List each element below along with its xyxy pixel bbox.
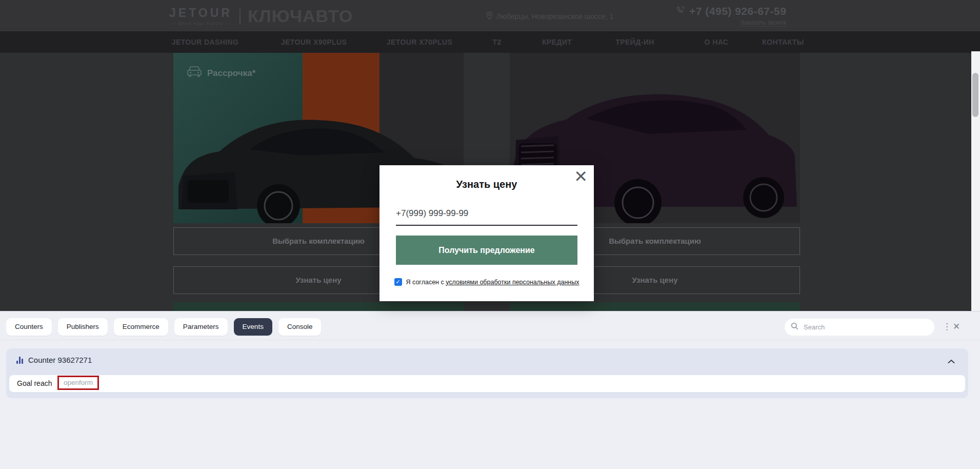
event-value-annotation: openform	[57, 376, 99, 390]
logo[interactable]: JETOUR — Drive Your Future — КЛЮЧАВТО	[169, 6, 353, 26]
dealer-logo-text: КЛЮЧАВТО	[248, 6, 353, 26]
tab-events[interactable]: Events	[234, 318, 272, 336]
page-scrollbar-thumb[interactable]	[972, 73, 978, 117]
event-row[interactable]: Goal reach openform	[9, 375, 965, 392]
search-input[interactable]	[803, 323, 928, 331]
nav-item-jetour-dashing[interactable]: JETOUR DASHING	[172, 31, 239, 53]
bar-chart-icon	[16, 357, 23, 364]
installment-badge: Рассрочка*	[187, 65, 255, 81]
modal-title: Узнать цену	[379, 179, 594, 190]
nav-item-t2[interactable]: T2	[492, 31, 501, 53]
price-modal: ✕ Узнать цену Получить предложение ✓ Я с…	[379, 165, 594, 301]
phone-icon	[676, 6, 685, 17]
phone-number[interactable]: +7 (495) 926-67-59	[689, 5, 786, 17]
phone-block: +7 (495) 926-67-59 Заказать звонок	[676, 5, 786, 27]
consent-row: ✓ Я согласен с условиями обработки персо…	[379, 278, 594, 286]
nav-item-credit[interactable]: КРЕДИТ	[542, 31, 572, 53]
tab-console[interactable]: Console	[278, 318, 322, 336]
metrica-debug-panel: Counters Publishers Ecommerce Parameters…	[0, 311, 980, 469]
jetour-logo-text: JETOUR	[169, 6, 232, 20]
green-cta-strip-right[interactable]	[510, 302, 800, 311]
counter-title: Counter 93627271	[28, 356, 92, 364]
tab-ecommerce[interactable]: Ecommerce	[114, 318, 168, 336]
submit-offer-button[interactable]: Получить предложение	[396, 236, 577, 265]
nav-item-jetour-x90plus[interactable]: JETOUR X90PLUS	[281, 31, 347, 53]
address-text: Люберцы, Новорязанское шоссе, 1	[496, 12, 613, 21]
nav-item-trade-in[interactable]: ТРЕЙД-ИН	[615, 31, 654, 53]
tab-parameters[interactable]: Parameters	[174, 318, 228, 336]
nav-item-jetour-x70plus[interactable]: JETOUR X70PLUS	[387, 31, 452, 53]
main-nav: JETOUR DASHING JETOUR X90PLUS JETOUR X70…	[0, 31, 980, 53]
consent-terms-link[interactable]: условиями обработки персональных данных	[446, 279, 579, 286]
page-scrollbar[interactable]	[971, 51, 980, 311]
tab-counters[interactable]: Counters	[6, 318, 52, 336]
logo-divider	[239, 9, 241, 24]
installment-badge-label: Рассрочка*	[207, 68, 255, 79]
phone-input[interactable]	[396, 208, 577, 226]
panel-tabs: Counters Publishers Ecommerce Parameters…	[6, 318, 321, 336]
search-icon	[791, 322, 798, 332]
counter-header[interactable]: Counter 93627271	[16, 356, 92, 364]
panel-close-icon[interactable]: ✕	[953, 321, 960, 332]
nav-item-contacts[interactable]: КОНТАКТЫ	[762, 31, 804, 53]
panel-divider	[0, 340, 980, 340]
check-icon: ✓	[395, 279, 400, 285]
address-row: Люберцы, Новорязанское шоссе, 1	[486, 11, 613, 22]
kebab-menu-icon[interactable]: ⋮	[943, 321, 951, 332]
event-label: Goal reach	[17, 375, 52, 392]
tab-publishers[interactable]: Publishers	[58, 318, 108, 336]
consent-checkbox[interactable]: ✓	[394, 278, 402, 286]
consent-text: Я согласен с условиями обработки персона…	[406, 279, 579, 286]
counter-card: Counter 93627271 Goal reach openform	[6, 348, 968, 398]
panel-search[interactable]	[785, 319, 934, 336]
callback-link[interactable]: Заказать звонок	[740, 19, 786, 27]
jetour-tagline: — Drive Your Future —	[171, 21, 230, 26]
nav-item-about[interactable]: О НАС	[705, 31, 729, 53]
chevron-up-icon[interactable]	[948, 357, 955, 366]
modal-close-icon[interactable]: ✕	[574, 168, 588, 185]
site-header: JETOUR — Drive Your Future — КЛЮЧАВТО Лю…	[0, 0, 980, 31]
consent-prefix: Я согласен с	[406, 279, 444, 286]
car-front-icon	[187, 65, 202, 81]
green-cta-strip-left[interactable]	[173, 302, 464, 311]
jetour-logo: JETOUR — Drive Your Future —	[169, 6, 232, 26]
location-pin-icon	[486, 11, 493, 22]
screen: JETOUR — Drive Your Future — КЛЮЧАВТО Лю…	[0, 0, 980, 469]
